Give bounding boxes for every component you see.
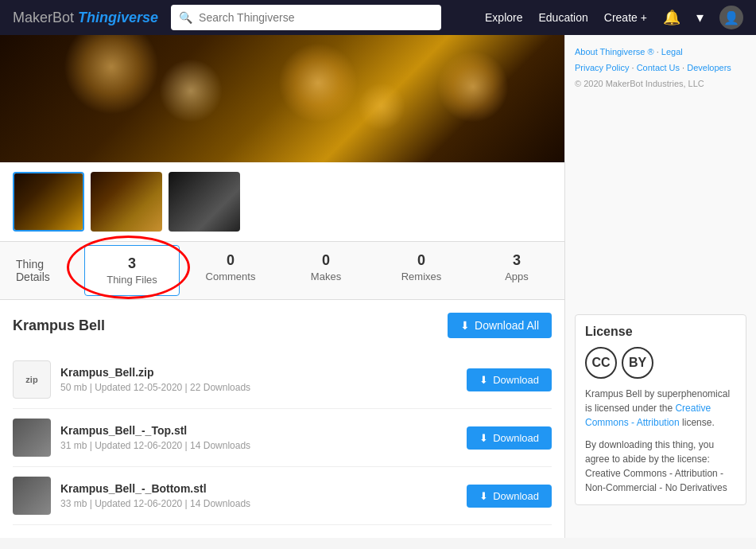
tab-remixes[interactable]: 0 Remixes [374,242,469,299]
left-content: Thing Details 3 Thing Files 0 Comments 0… [0,35,564,538]
file-icon-stl-1 [13,419,51,457]
legal-link[interactable]: Legal [661,47,683,56]
search-bar[interactable]: 🔍 [171,5,441,30]
main-layout: Thing Details 3 Thing Files 0 Comments 0… [0,35,756,538]
download-label-3: Download [493,490,539,502]
tab-makes[interactable]: 0 Makes [278,242,374,299]
footer-links: About Thingiverse ® · Legal Privacy Poli… [575,45,746,92]
download-icon-2: ⬇ [479,432,488,444]
tab-remixes-count: 0 [417,252,425,269]
download-icon-3: ⬇ [479,490,488,502]
file-info-2: Krampus_Bell_-_Top.stl 31 mb | Updated 1… [60,424,457,451]
download-button-1[interactable]: ⬇ Download [467,368,552,391]
file-updated-1: 12-05-2020 [134,382,182,393]
header: MakerBot Thingiverse 🔍 Explore Education… [0,0,756,35]
logo-makerbot: MakerBot Thingiverse [13,10,158,26]
file-name-1: Krampus_Bell.zip [60,366,457,379]
education-link[interactable]: Education [539,11,588,24]
file-updated-2: 12-06-2020 [134,440,182,451]
explore-link[interactable]: Explore [485,11,522,24]
bokeh-5 [437,51,509,123]
file-size-1: 50 mb [60,382,87,393]
privacy-link[interactable]: Privacy Policy [575,63,629,72]
file-section: Krampus Bell ⬇ Download All zip Krampus_… [0,300,564,538]
bokeh-3 [278,43,358,123]
right-sidebar: About Thingiverse ® · Legal Privacy Poli… [564,35,756,538]
hero-image [0,35,564,162]
tab-thing-details[interactable]: Thing Details [0,242,81,299]
file-sep-3a: | Updated [90,498,134,509]
tab-comments-count: 0 [227,252,235,269]
bokeh-1 [64,35,159,115]
tab-thing-files-label: Thing Files [107,274,157,286]
tab-comments-label: Comments [206,271,256,282]
contact-link[interactable]: Contact Us [637,63,680,72]
copyright-text: © 2020 MakerBot Industries, LLC [575,76,746,92]
developers-link[interactable]: Developers [687,63,731,72]
tab-remixes-label: Remixes [401,271,442,282]
file-meta-2: 31 mb | Updated 12-06-2020 | 14 Download… [60,440,457,451]
file-name-2: Krampus_Bell_-_Top.stl [60,424,457,437]
search-icon: 🔍 [179,11,192,24]
file-downloads-2: 14 Downloads [190,440,250,451]
license-desc: By downloading this thing, you agree to … [585,438,736,495]
file-icon-zip: zip [13,360,51,399]
thumbnails [0,162,564,241]
file-size-2: 31 mb [60,440,87,451]
file-info-3: Krampus_Bell_-_Bottom.stl 33 mb | Update… [60,482,457,509]
thumbnail-3[interactable] [169,172,240,232]
tab-apps-count: 3 [513,252,521,269]
file-item-1: zip Krampus_Bell.zip 50 mb | Updated 12-… [13,351,552,409]
download-label-1: Download [493,374,539,386]
create-label: Create [604,11,638,24]
download-button-2[interactable]: ⬇ Download [467,426,552,450]
logo: MakerBot Thingiverse [13,10,158,26]
file-downloads-1: 22 Downloads [190,382,250,393]
file-info-1: Krampus_Bell.zip 50 mb | Updated 12-05-2… [60,366,457,393]
dropdown-icon[interactable]: ▾ [696,9,704,26]
thing-title: Krampus Bell [13,317,105,334]
file-section-header: Krampus Bell ⬇ Download All [13,313,552,338]
file-sep-2a: | Updated [90,440,134,451]
create-button[interactable]: Create + [604,11,647,24]
tabs: Thing Details 3 Thing Files 0 Comments 0… [0,241,564,300]
file-item-3: Krampus_Bell_-_Bottom.stl 33 mb | Update… [13,467,552,525]
thumbnail-2[interactable] [91,172,162,232]
search-input[interactable] [199,11,433,24]
license-text: Krampus Bell by superphenomical is licen… [585,387,736,430]
tab-makes-count: 0 [322,252,330,269]
tab-apps-label: Apps [505,271,529,282]
tab-makes-label: Makes [311,271,341,282]
avatar[interactable]: 👤 [719,6,743,29]
download-icon-1: ⬇ [479,374,488,386]
tab-apps[interactable]: 3 Apps [469,242,564,299]
download-all-button[interactable]: ⬇ Download All [448,313,552,338]
tab-thing-files-count: 3 [128,255,136,272]
by-icon: BY [622,347,653,379]
file-meta-1: 50 mb | Updated 12-05-2020 | 22 Download… [60,382,457,393]
about-link[interactable]: About Thingiverse ® [575,47,654,56]
bokeh-4 [358,83,405,130]
file-sep-1a: | Updated [90,382,134,393]
tab-comments[interactable]: 0 Comments [183,242,278,299]
thumbnail-1[interactable] [13,172,84,232]
tab-thing-files[interactable]: 3 Thing Files [84,245,180,296]
file-meta-3: 33 mb | Updated 12-06-2020 | 14 Download… [60,498,457,509]
file-icon-stl-2 [13,477,51,515]
header-nav: Explore Education Create + 🔔 ▾ 👤 [485,6,743,29]
thumb-img-1 [14,173,83,230]
tab-files-wrapper: 3 Thing Files [81,242,183,299]
download-all-label: Download All [475,319,539,332]
license-text-post: license. [680,417,715,428]
thumb-img-3 [169,172,240,232]
file-size-3: 33 mb [60,498,87,509]
file-updated-3: 12-06-2020 [134,498,182,509]
download-button-3[interactable]: ⬇ Download [467,485,552,508]
download-label-2: Download [493,432,539,444]
license-title: License [585,325,736,339]
bell-icon[interactable]: 🔔 [663,9,680,26]
file-name-3: Krampus_Bell_-_Bottom.stl [60,482,457,495]
cc-icon: CC [585,347,617,379]
license-icons: CC BY [585,347,736,379]
file-item-2: Krampus_Bell_-_Top.stl 31 mb | Updated 1… [13,409,552,467]
